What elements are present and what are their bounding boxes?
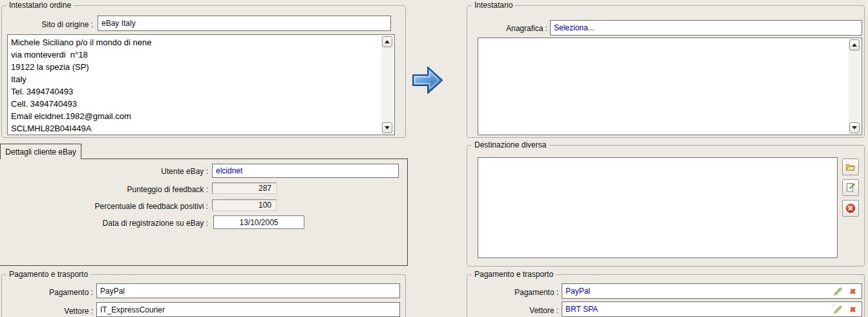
feedback-score-value: 287 xyxy=(213,184,276,193)
carrier-value-right: BRT SPA xyxy=(566,305,598,314)
payment-label-left: Pagamento : xyxy=(2,288,93,297)
recipient-group-title: Intestatario xyxy=(472,1,515,10)
recipient-address-text xyxy=(482,39,846,133)
site-of-origin-label: Sito di origine : xyxy=(2,20,93,29)
scroll-up-button[interactable] xyxy=(382,36,392,47)
scroll-up-button[interactable] xyxy=(849,39,860,50)
ebay-customer-details-panel: Utente eBay : elcidnet Punteggio di feed… xyxy=(0,158,408,266)
edit-destination-button[interactable] xyxy=(842,179,859,196)
payment-value-right: PayPal xyxy=(566,287,590,296)
feedback-percent-value: 100 xyxy=(213,201,276,210)
scroll-down-button[interactable] xyxy=(382,122,392,133)
anagrafica-select[interactable]: Seleziona... xyxy=(550,20,862,36)
alt-destination-title: Destinazione diversa xyxy=(472,140,549,149)
payment-actions xyxy=(833,287,858,296)
alt-destination-textarea[interactable] xyxy=(478,157,838,258)
open-folder-button[interactable] xyxy=(842,158,859,175)
feedback-score-field: 287 xyxy=(212,182,277,194)
remove-x-icon[interactable] xyxy=(849,287,857,296)
payment-transport-left-title: Pagamento e trasporto xyxy=(6,270,90,279)
scroll-down-button[interactable] xyxy=(849,122,860,133)
registration-date-value: 13/10/2005 xyxy=(239,218,278,227)
order-header-group: Intestatario ordine Sito di origine : eB… xyxy=(1,5,406,138)
anagrafica-label: Anagrafica : xyxy=(467,24,547,33)
buyer-address-text: Michele Siciliano p/o il mondo di nene v… xyxy=(11,36,379,133)
triangle-down-icon xyxy=(385,126,390,129)
triangle-up-icon xyxy=(852,43,857,47)
address-scrollbar[interactable] xyxy=(381,36,394,134)
tab-label: Dettagli cliente eBay xyxy=(5,148,76,157)
triangle-up-icon xyxy=(385,40,390,43)
recipient-address-textarea[interactable] xyxy=(478,38,862,135)
red-circle-x-icon xyxy=(845,203,856,213)
alt-destination-group: Destinazione diversa xyxy=(467,145,865,267)
feedback-percent-field: 100 xyxy=(212,199,277,211)
transfer-arrow-icon xyxy=(411,64,445,96)
carrier-input-right[interactable]: BRT SPA xyxy=(562,301,862,317)
ebay-user-label: Utente eBay : xyxy=(0,167,208,176)
triangle-down-icon xyxy=(852,126,857,129)
page-pencil-icon xyxy=(845,182,856,193)
carrier-actions xyxy=(833,305,858,314)
ebay-user-value: elcidnet xyxy=(216,166,242,175)
carrier-value-left: IT_ExpressCourier xyxy=(100,305,165,314)
edit-pencil-icon[interactable] xyxy=(833,287,843,296)
registration-date-label: Data di registrazione su eBay : xyxy=(0,219,208,228)
recipient-group: Intestatario Anagrafica : Seleziona... xyxy=(467,5,865,138)
payment-value-left: PayPal xyxy=(100,287,125,296)
payment-input-right[interactable]: PayPal xyxy=(562,283,862,299)
recipient-scrollbar[interactable] xyxy=(849,39,861,134)
remove-x-icon[interactable] xyxy=(849,305,857,314)
open-folder-icon xyxy=(845,162,856,172)
edit-pencil-icon[interactable] xyxy=(833,305,843,314)
ebay-user-input[interactable]: elcidnet xyxy=(212,164,399,178)
payment-transport-right-title: Pagamento e trasporto xyxy=(472,270,556,279)
feedback-percent-label: Percentuale di feedback positivi : xyxy=(0,202,208,211)
payment-transport-group-left: Pagamento e trasporto Pagamento : PayPal… xyxy=(1,274,406,317)
alt-destination-text xyxy=(482,159,834,256)
tab-dettagli-cliente-ebay[interactable]: Dettagli cliente eBay xyxy=(0,144,81,159)
order-header-group-title: Intestatario ordine xyxy=(6,1,74,10)
site-of-origin-value: eBay Italy xyxy=(101,19,136,28)
site-of-origin-input[interactable]: eBay Italy xyxy=(98,16,391,31)
payment-label-right: Pagamento : xyxy=(467,288,558,297)
ebay-order-import-window: Intestatario ordine Sito di origine : eB… xyxy=(0,0,868,317)
feedback-score-label: Punteggio di feedback : xyxy=(0,185,208,194)
registration-date-field: 13/10/2005 xyxy=(213,215,304,229)
payment-input-left[interactable]: PayPal xyxy=(96,283,400,298)
payment-transport-group-right: Pagamento e trasporto Pagamento : PayPal xyxy=(467,274,865,317)
buyer-address-textarea[interactable]: Michele Siciliano p/o il mondo di nene v… xyxy=(7,34,395,135)
anagrafica-value: Seleziona... xyxy=(554,23,595,32)
delete-destination-button[interactable] xyxy=(842,200,859,217)
carrier-input-left[interactable]: IT_ExpressCourier xyxy=(96,302,400,317)
carrier-label-right: Vettore : xyxy=(467,306,558,315)
carrier-label-left: Vettore : xyxy=(2,307,93,316)
